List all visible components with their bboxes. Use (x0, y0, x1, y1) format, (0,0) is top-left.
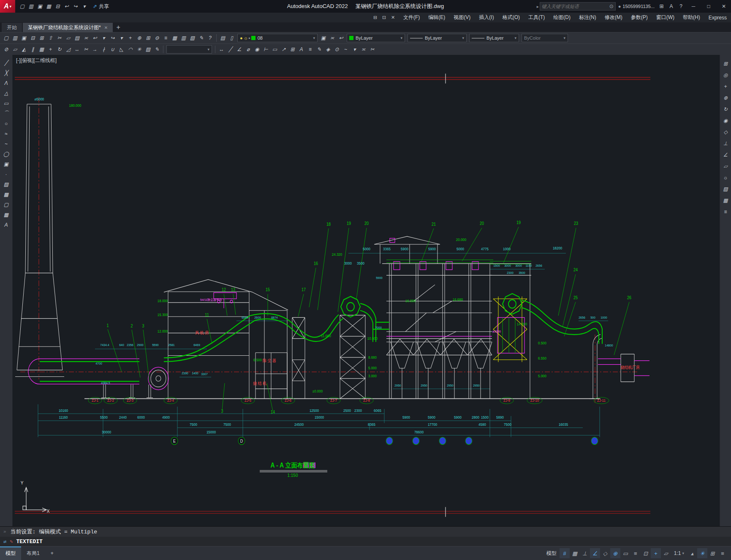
app-store-icon[interactable]: ⊞ (657, 2, 666, 11)
chevron-down-icon[interactable]: ▾ (561, 36, 565, 40)
isodraft-icon[interactable]: ◇ (600, 548, 610, 558)
dim-space-icon[interactable]: ≍ (359, 45, 368, 54)
model-space-badge[interactable]: 模型 (546, 550, 557, 557)
trim-icon[interactable]: ✂ (82, 45, 90, 54)
polyline-icon[interactable]: Λ (2, 78, 11, 87)
angular-dimension-icon[interactable]: ∠ (235, 45, 244, 54)
doc-restore-button[interactable]: ⊡ (380, 13, 389, 22)
text-icon[interactable]: A (297, 45, 306, 54)
match-properties-icon[interactable]: ≍ (82, 34, 90, 43)
pan-icon[interactable]: + (721, 82, 730, 91)
edit-dimension-icon[interactable]: ✎ (315, 45, 323, 54)
revision-cloud-icon[interactable]: ≈ (2, 129, 11, 138)
chevron-down-icon[interactable]: ▾ (205, 47, 209, 51)
qat-dropdown-icon[interactable]: ▾ (80, 2, 89, 11)
lineweight-icon[interactable]: ≡ (630, 548, 641, 558)
dim-break-icon[interactable]: ✂ (368, 45, 377, 54)
view-cube-icon[interactable]: ◇ (721, 127, 730, 136)
inspect-icon[interactable]: ⊙ (332, 45, 341, 54)
copy-clip-icon[interactable]: ▱ (64, 34, 73, 43)
tab-close-icon[interactable]: ✕ (104, 25, 108, 30)
menu-item[interactable]: 标注(N) (575, 13, 601, 22)
markup-icon[interactable]: ✎ (197, 34, 206, 43)
clean-screen-icon[interactable]: ⊞ (707, 548, 717, 558)
chevron-down-icon[interactable]: ▾ (310, 36, 315, 40)
fullscreen-icon[interactable]: ⊞ (721, 59, 730, 68)
circle-icon[interactable]: ○ (2, 119, 11, 128)
new-file-icon[interactable]: ▢ (2, 34, 11, 43)
erase-icon[interactable]: ⊘ (2, 45, 11, 54)
workspace-icon[interactable]: ▱ (661, 548, 671, 558)
osnap-icon[interactable]: ⊕ (610, 548, 620, 558)
text-style-control[interactable]: ▾ (166, 45, 212, 54)
open-icon[interactable]: ▥ (27, 2, 35, 11)
zoom-previous-icon[interactable]: ⊖ (152, 34, 161, 43)
gradient-icon[interactable]: ▩ (2, 190, 11, 199)
multileader-icon[interactable]: ↗ (279, 45, 288, 54)
steering-wheel-icon[interactable]: ◎ (721, 70, 730, 79)
mirror-icon[interactable]: ◭ (19, 45, 28, 54)
section-plane-icon[interactable]: ▱ (721, 162, 730, 170)
break-icon[interactable]: ∤ (99, 45, 108, 54)
array-icon[interactable]: ▦ (37, 45, 46, 54)
help-icon[interactable]: ? (206, 34, 215, 43)
search-collapse-icon[interactable]: ▸ (537, 4, 539, 9)
layer-properties-icon[interactable]: ▤ (218, 34, 227, 43)
ordinate-dimension-icon[interactable]: ⊢ (261, 45, 270, 54)
customization-icon[interactable]: ≡ (717, 548, 728, 558)
edit-text-icon[interactable]: ✎ (152, 45, 161, 54)
menu-item[interactable]: 帮助(H) (679, 13, 704, 22)
chevron-down-icon[interactable]: ▾ (459, 36, 464, 40)
dynamic-input-icon[interactable]: ▭ (620, 548, 630, 558)
chevron-down-icon[interactable]: ▾ (398, 36, 402, 40)
doc-minimize-button[interactable]: ⊟ (371, 13, 380, 22)
copy-object-icon[interactable]: ▱ (11, 45, 19, 54)
save-icon[interactable]: ▣ (19, 34, 28, 43)
construction-line-icon[interactable]: ╳ (2, 68, 11, 77)
dim-update-icon[interactable]: ▾ (350, 45, 359, 54)
linetype-control[interactable]: ByLayer ▾ (408, 34, 467, 42)
chevron-down-icon[interactable]: ▾ (512, 36, 516, 40)
pan-icon[interactable]: + (126, 34, 135, 43)
redo-icon[interactable]: ↪ (71, 2, 80, 11)
render-icon[interactable]: ▦ (721, 196, 730, 205)
designcenter-icon[interactable]: ▦ (170, 34, 179, 43)
stretch-icon[interactable]: ↔ (73, 45, 82, 54)
paste-icon[interactable]: ▤ (73, 34, 82, 43)
undo-icon[interactable]: ↩ (62, 2, 71, 11)
ucs-icon[interactable]: ⊥ (721, 139, 730, 148)
redo-history-icon[interactable]: ▾ (117, 34, 126, 43)
lineweight-control[interactable]: ByLayer ▾ (469, 34, 519, 42)
table-icon[interactable]: ▦ (2, 210, 11, 219)
sun-icon[interactable]: ☼ (244, 35, 248, 41)
menu-item[interactable]: 视图(V) (449, 13, 475, 22)
hatch-icon[interactable]: ▨ (2, 180, 11, 189)
open-icon[interactable]: ▥ (11, 34, 19, 43)
extend-icon[interactable]: → (90, 45, 99, 54)
region-icon[interactable]: ▢ (2, 200, 11, 209)
share-button[interactable]: ⇗ 共享 (93, 3, 109, 10)
layer-states-icon[interactable]: ▯ (227, 34, 236, 43)
color-control[interactable]: ByLayer ▾ (347, 34, 405, 42)
new-tab-button[interactable]: + (114, 23, 123, 32)
tab-start[interactable]: 开始 (2, 23, 22, 32)
spline-icon[interactable]: ~ (2, 139, 11, 148)
explode-icon[interactable]: ✳ (135, 45, 144, 54)
ortho-icon[interactable]: ⊥ (580, 548, 590, 558)
plot-icon[interactable]: ⊟ (28, 34, 37, 43)
offset-icon[interactable]: ∥ (28, 45, 37, 54)
tool-palettes-icon[interactable]: ▥ (179, 34, 188, 43)
save-as-icon[interactable]: ▦ (44, 2, 53, 11)
menu-item[interactable]: Express (704, 13, 731, 22)
options-icon[interactable]: ≡ (721, 207, 730, 216)
radius-dimension-icon[interactable]: ◉ (253, 45, 261, 54)
search-box[interactable]: ⊙ (540, 2, 616, 11)
autodesk-app-icon[interactable]: A (667, 2, 676, 11)
polygon-icon[interactable]: △ (2, 89, 11, 97)
mtext-icon[interactable]: A (2, 220, 11, 229)
line-icon[interactable]: ╱ (2, 58, 11, 67)
layer-previous-icon[interactable]: ↩ (337, 34, 345, 43)
command-input[interactable]: ⇄ ✎ TEXTEDIT (0, 537, 731, 546)
lock-icon[interactable]: ▪ (249, 35, 250, 41)
viewport-controls[interactable]: [-][俯视][二维线框] (16, 57, 57, 64)
